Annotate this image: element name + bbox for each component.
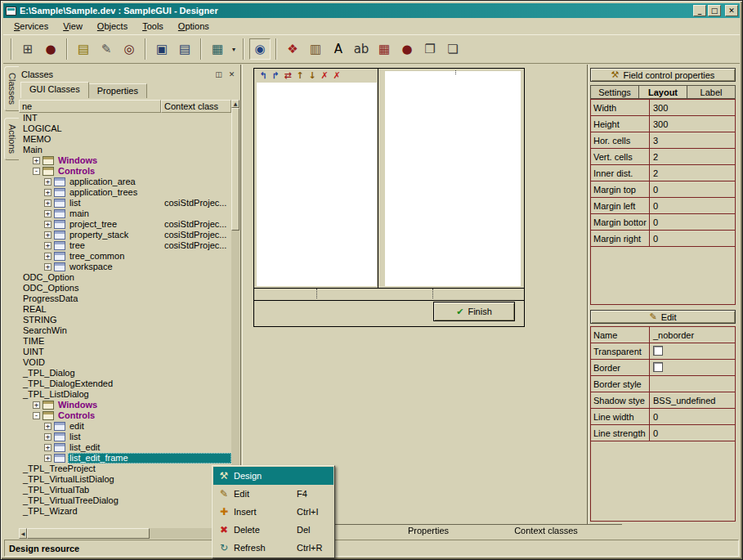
notebook-icon[interactable]: ▤ (73, 38, 94, 60)
swap-items-icon[interactable]: ⇄ (282, 70, 293, 82)
expand-plus-icon[interactable]: + (33, 401, 40, 409)
property-value[interactable]: 300 (650, 100, 735, 115)
tab-layout[interactable]: Layout (638, 85, 687, 99)
tree-row[interactable]: +treecosiStdProjec... (19, 240, 231, 251)
property-value[interactable]: 0 (650, 214, 735, 230)
expand-plus-icon[interactable]: + (44, 253, 51, 260)
tree-row[interactable]: INT (19, 113, 231, 123)
expand-plus-icon[interactable]: + (44, 423, 51, 430)
tree-row[interactable]: +listcosiStdProjec... (19, 198, 231, 208)
context-menu-item-edit[interactable]: ✎EditF4 (213, 485, 333, 503)
splitter-handle[interactable] (432, 289, 433, 298)
tree-row[interactable]: _TPL_VirtualTreeDialog (19, 495, 231, 506)
minimize-button[interactable]: _ (693, 5, 706, 16)
close-panel-icon[interactable]: ✕ (226, 69, 237, 79)
property-value[interactable]: BSS_undefined (650, 392, 735, 408)
tree-row[interactable]: _TPL_Wizard (19, 506, 231, 517)
scroll-left-icon[interactable]: ◀ (19, 528, 27, 539)
vertical-scroll-thumb[interactable] (231, 108, 239, 231)
tree-row[interactable]: SearchWin (19, 325, 231, 336)
tab-gui-classes[interactable]: GUI Classes (20, 82, 89, 98)
clear-items-icon[interactable]: ✗ (331, 70, 342, 82)
designer-edit-pane[interactable] (385, 71, 521, 286)
tree-row[interactable]: +workspace (19, 262, 231, 272)
tree-row[interactable]: +edit (19, 421, 231, 432)
delete-item-icon[interactable]: ✗ (319, 70, 330, 82)
property-value[interactable] (650, 376, 735, 392)
edit-source-icon[interactable]: ✎ (96, 38, 117, 60)
menu-item-services[interactable]: Services (7, 19, 56, 34)
tree-row[interactable]: +tree_common (19, 251, 231, 262)
tree-row[interactable]: +list_edit (19, 442, 231, 453)
property-value[interactable]: 2 (650, 165, 735, 181)
tree-row[interactable]: ProgressData (19, 293, 231, 304)
side-tab-actions[interactable]: Actions (4, 118, 19, 160)
property-value[interactable]: 2 (650, 149, 735, 164)
menu-item-view[interactable]: View (56, 19, 90, 34)
tree-row[interactable]: -Controls (19, 166, 231, 177)
tree-row[interactable]: UINT (19, 347, 231, 357)
expand-plus-icon[interactable]: + (44, 444, 51, 451)
property-value[interactable]: _noborder (650, 327, 735, 343)
tree-row[interactable]: _TPL_VirtualListDialog (19, 474, 231, 485)
report-icon[interactable]: ▥ (305, 38, 326, 60)
tree-row[interactable]: +application_area (19, 177, 231, 187)
splitter-handle[interactable] (455, 70, 456, 74)
tree-row[interactable]: Main (19, 145, 231, 155)
property-value[interactable]: 0 (650, 409, 735, 424)
expand-plus-icon[interactable]: + (44, 263, 51, 271)
column-context-class[interactable]: Context class (161, 100, 231, 113)
zoom-icon[interactable]: ◉ (249, 38, 271, 60)
expand-plus-icon[interactable]: + (44, 242, 51, 249)
tree-row[interactable]: ODC_Option (19, 272, 231, 283)
tree-row[interactable]: +application_trees (19, 187, 231, 198)
object-icon[interactable]: ● (40, 38, 61, 60)
sphere-icon[interactable]: ● (396, 38, 418, 60)
tree-row[interactable]: _TPL_VirtualTab (19, 485, 231, 495)
designer-list-pane[interactable] (257, 83, 377, 286)
tree-row[interactable]: LOGICAL (19, 123, 231, 134)
tree-row[interactable]: -Controls (19, 410, 231, 421)
menu-item-options[interactable]: Options (171, 19, 217, 34)
move-up-icon[interactable]: ↑ (294, 70, 306, 82)
field-properties-header[interactable]: ⚒ Field control properties (590, 68, 736, 82)
tree-row[interactable]: _TPL_Dialog (19, 368, 231, 379)
finish-button[interactable]: ✔ Finish (433, 302, 515, 321)
property-value[interactable]: 0 (650, 181, 735, 197)
tree-row[interactable]: TIME (19, 336, 231, 347)
dock-icon[interactable]: ◫ (213, 69, 224, 79)
property-value[interactable] (650, 343, 735, 359)
tab-properties[interactable]: Properties (88, 83, 147, 98)
expand-plus-icon[interactable]: + (44, 221, 51, 228)
insert-item-icon[interactable]: ↰ (257, 70, 269, 82)
tree-row[interactable]: MEMO (19, 134, 231, 145)
table-icon-dropdown[interactable]: ▾ (229, 38, 239, 60)
tree-row[interactable]: +list_edit_frame (19, 453, 231, 464)
splitter-handle[interactable] (316, 289, 317, 298)
edit-header[interactable]: ✎ Edit (590, 310, 736, 324)
collapse-minus-icon[interactable]: - (33, 168, 40, 175)
vertical-scrollbar[interactable]: ▲ ▼ (231, 100, 239, 528)
side-tab-classes[interactable]: Classes (4, 66, 19, 111)
context-menu-item-delete[interactable]: ✖DeleteDel (213, 521, 333, 539)
expand-plus-icon[interactable]: + (44, 231, 51, 239)
property-value[interactable]: 3 (650, 132, 735, 148)
bottom-tab-properties[interactable]: Properties (364, 525, 493, 538)
expand-plus-icon[interactable]: + (33, 157, 40, 164)
property-value[interactable]: 0 (650, 425, 735, 441)
expand-plus-icon[interactable]: + (44, 455, 51, 462)
class-tree-icon[interactable]: ⊞ (17, 38, 38, 60)
property-value[interactable] (650, 360, 735, 375)
horizontal-scroll-thumb[interactable] (27, 528, 150, 539)
context-menu-item-design[interactable]: ⚒Design (213, 467, 333, 485)
panel-splitter-right[interactable] (587, 65, 589, 537)
property-value[interactable]: 0 (650, 231, 735, 246)
tree-row[interactable]: REAL (19, 304, 231, 315)
tree-row[interactable]: _TPL_TreeProject (19, 464, 231, 474)
dialog-icon[interactable]: ❏ (442, 38, 463, 60)
context-menu-item-insert[interactable]: ✚InsertCtrl+I (213, 503, 333, 521)
expand-plus-icon[interactable]: + (44, 433, 51, 441)
title-bar[interactable]: E:\Sample\Sample.dev : SampleGUI - Desig… (3, 3, 740, 18)
expand-plus-icon[interactable]: + (44, 199, 51, 207)
import-icon[interactable]: ▤ (174, 38, 195, 60)
